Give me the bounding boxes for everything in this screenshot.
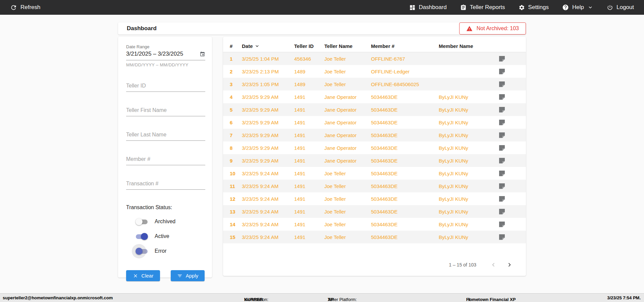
table-row[interactable]: 143/23/25 9:24 AM1491Joe Teller5034463DE… <box>223 218 526 231</box>
note-icon[interactable] <box>499 132 505 138</box>
warning-icon <box>466 25 473 32</box>
nav-item-settings[interactable]: Settings <box>519 4 549 11</box>
cell-member-name: ByLyJI KUNy <box>439 94 499 100</box>
pagination: 1 – 15 of 103 <box>449 261 513 268</box>
apply-button[interactable]: Apply <box>171 270 205 281</box>
notes-cell <box>499 94 519 100</box>
date-range-label: Date Range <box>126 44 205 49</box>
teller-first-name-input[interactable] <box>126 106 205 116</box>
table-row[interactable]: 43/23/25 9:29 AM1491Jane Operator5034463… <box>223 90 526 103</box>
column-header-num[interactable]: # <box>230 43 242 49</box>
table-row[interactable]: 13/25/25 1:04 PM456346Joe TellerOFFLINE-… <box>223 52 526 65</box>
column-header-teller-id[interactable]: Teller ID <box>294 43 324 49</box>
notes-cell <box>499 132 519 138</box>
note-icon[interactable] <box>499 183 505 189</box>
cell-member-name: ByLyJI KUNy <box>439 158 499 164</box>
cell-teller-id: 1491 <box>294 183 324 189</box>
note-icon[interactable] <box>499 94 505 100</box>
teller-last-name-input[interactable] <box>126 130 205 141</box>
table-row[interactable]: 93/23/25 9:29 AM1491Jane Operator5034463… <box>223 154 526 167</box>
cell-member-num: 5034463DE <box>371 158 439 164</box>
cell-member-num: 5034463DE <box>371 196 439 202</box>
note-icon[interactable] <box>499 234 505 240</box>
table-row[interactable]: 123/23/25 9:24 AM1491Joe Teller5034463DE… <box>223 192 526 205</box>
dashboard-icon <box>409 4 416 11</box>
table-row[interactable]: 103/23/25 9:24 AM1491Joe Teller5034463DE… <box>223 167 526 180</box>
column-header-member-name[interactable]: Member Name <box>439 43 499 49</box>
date-range-field[interactable]: 3/21/2025 – 3/23/2025 <box>126 51 205 60</box>
note-icon[interactable] <box>499 56 505 62</box>
row-number: 3 <box>230 81 242 87</box>
toggle-row-active: Active <box>126 233 205 240</box>
active-toggle[interactable] <box>136 233 148 240</box>
note-icon[interactable] <box>499 222 505 227</box>
table-row[interactable]: 83/23/25 9:29 AM1491Jane Operator5034463… <box>223 141 526 154</box>
cell-teller-name: Jane Operator <box>324 107 371 113</box>
archived-toggle[interactable] <box>136 218 148 225</box>
nav-item-logout[interactable]: Logout <box>607 4 634 11</box>
notes-cell <box>499 196 519 202</box>
nav-item-dashboard[interactable]: Dashboard <box>409 4 447 11</box>
notes-cell <box>499 120 519 125</box>
note-icon[interactable] <box>499 209 505 215</box>
cell-date: 3/23/25 9:24 AM <box>242 222 294 227</box>
note-icon[interactable] <box>499 107 505 113</box>
table-row[interactable]: 63/23/25 9:29 AM1491Jane Operator5034463… <box>223 116 526 129</box>
chevron-down-icon <box>587 4 593 10</box>
row-number: 6 <box>230 120 242 125</box>
cell-teller-name: Jane Operator <box>324 94 371 100</box>
cell-member-num: 5034463DE <box>371 145 439 151</box>
table-row[interactable]: 133/23/25 9:24 AM1491Joe Teller5034463DE… <box>223 205 526 218</box>
cell-date: 3/23/25 9:29 AM <box>242 145 294 151</box>
cell-teller-name: Joe Teller <box>324 222 371 227</box>
member-number-input[interactable] <box>126 155 205 165</box>
cell-teller-name: Joe Teller <box>324 69 371 74</box>
cell-member-num: OFFLINE-684506025 <box>371 81 439 87</box>
error-toggle[interactable] <box>136 248 148 255</box>
notes-cell <box>499 158 519 164</box>
cell-teller-name: Joe Teller <box>324 171 371 176</box>
column-header-member-num[interactable]: Member # <box>371 43 439 49</box>
note-icon[interactable] <box>499 171 505 176</box>
cell-member-num: 5034463DE <box>371 209 439 215</box>
nav-item-teller-reports[interactable]: Teller Reports <box>460 4 505 11</box>
teller-id-input[interactable] <box>126 81 205 92</box>
row-number: 9 <box>230 158 242 164</box>
cell-teller-name: Joe Teller <box>324 209 371 215</box>
cell-date: 3/23/25 9:29 AM <box>242 107 294 113</box>
row-number: 1 <box>230 56 242 62</box>
note-icon[interactable] <box>499 196 505 202</box>
table-row[interactable]: 53/23/25 9:29 AM1491Jane Operator5034463… <box>223 103 526 116</box>
note-icon[interactable] <box>499 81 505 87</box>
table-row[interactable]: 23/23/25 2:13 PM1489Joe TellerOFFLINE-Le… <box>223 65 526 78</box>
date-range-value: 3/21/2025 – 3/23/2025 <box>126 51 183 57</box>
next-page-button[interactable] <box>506 261 513 268</box>
calendar-icon[interactable] <box>200 51 205 57</box>
column-header-date[interactable]: Date <box>242 43 294 49</box>
note-icon[interactable] <box>499 69 505 74</box>
table-row[interactable]: 73/23/25 9:29 AM1491Jane Operator5034463… <box>223 129 526 141</box>
nav-item-help[interactable]: Help <box>562 4 593 11</box>
row-number: 14 <box>230 222 242 227</box>
cell-member-num: 5034463DE <box>371 222 439 227</box>
filter-icon <box>177 273 182 279</box>
row-number: 7 <box>230 132 242 138</box>
column-header-teller-name[interactable]: Teller Name <box>324 43 371 49</box>
cell-teller-id: 1491 <box>294 222 324 227</box>
apply-button-label: Apply <box>186 273 199 279</box>
note-icon[interactable] <box>499 120 505 125</box>
note-icon[interactable] <box>499 158 505 164</box>
clear-button[interactable]: Clear <box>126 270 160 281</box>
table-row[interactable]: 153/23/25 9:24 AM1491Joe Teller5034463DE… <box>223 231 526 243</box>
not-archived-badge[interactable]: Not Archived: 103 <box>459 22 526 35</box>
cell-date: 3/23/25 9:24 AM <box>242 196 294 202</box>
cell-member-name: ByLyJI KUNy <box>439 234 499 240</box>
note-icon[interactable] <box>499 145 505 151</box>
archived-toggle-label: Archived <box>155 219 175 225</box>
previous-page-button[interactable] <box>490 261 497 268</box>
refresh-button[interactable]: Refresh <box>10 4 41 11</box>
transaction-number-input[interactable] <box>126 179 205 190</box>
table-row[interactable]: 113/23/25 9:24 AM1491Joe Teller5034463DE… <box>223 180 526 192</box>
cell-date: 3/23/25 9:24 AM <box>242 171 294 176</box>
table-row[interactable]: 33/23/25 1:05 PM1489Joe TellerOFFLINE-68… <box>223 78 526 90</box>
